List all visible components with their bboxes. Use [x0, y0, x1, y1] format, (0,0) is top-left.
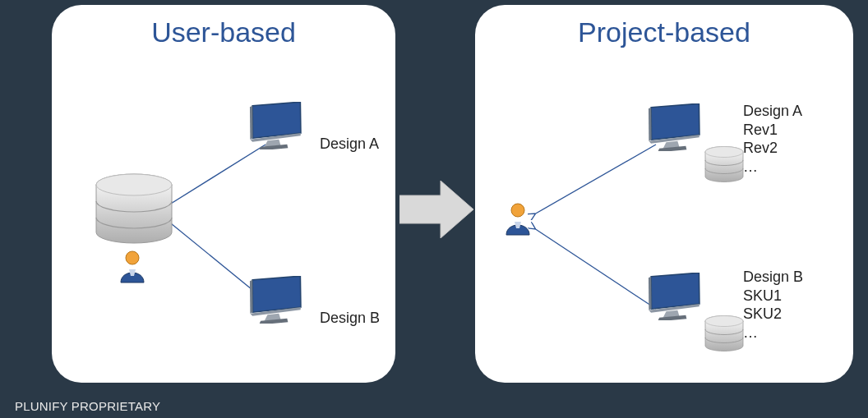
- svg-line-16: [534, 145, 656, 214]
- monitor-icon: [244, 102, 307, 149]
- database-icon: [704, 315, 745, 355]
- design-label: Design A: [320, 135, 379, 154]
- user-icon: [118, 250, 147, 286]
- svg-point-18: [511, 204, 524, 217]
- svg-point-3: [96, 174, 172, 195]
- user-based-panel: User-based: [52, 5, 395, 383]
- svg-point-32: [705, 316, 743, 327]
- design-label: Design B: [320, 309, 380, 328]
- monitor-icon: [643, 103, 705, 151]
- svg-point-25: [705, 147, 743, 158]
- svg-point-4: [126, 251, 139, 264]
- design-label: Design B SKU1 SKU2 …: [743, 268, 803, 342]
- panel-title: User-based: [52, 16, 395, 48]
- design-label: Design A Rev1 Rev2 …: [743, 102, 802, 176]
- database-icon: [704, 146, 745, 186]
- panel-title: Project-based: [475, 16, 853, 48]
- svg-line-17: [534, 228, 656, 309]
- database-icon: [93, 173, 175, 252]
- svg-marker-15: [399, 181, 473, 238]
- footer-text: PLUNIFY PROPRIETARY: [15, 399, 160, 413]
- svg-marker-26: [648, 273, 703, 309]
- project-based-panel: Project-based: [475, 5, 853, 383]
- svg-marker-19: [648, 103, 703, 140]
- monitor-icon: [244, 276, 307, 324]
- svg-marker-5: [249, 102, 304, 138]
- svg-marker-10: [249, 276, 304, 312]
- monitor-icon: [643, 273, 705, 320]
- svg-line-0: [167, 145, 265, 206]
- arrow-right-icon: [399, 181, 473, 238]
- user-icon: [503, 202, 533, 238]
